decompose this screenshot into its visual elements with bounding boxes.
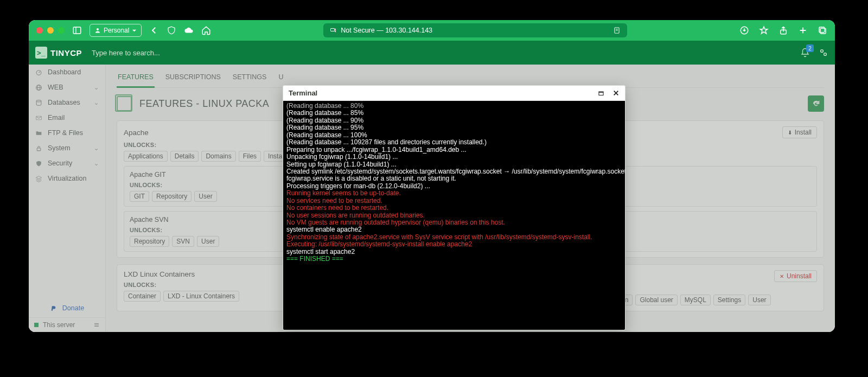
layers-icon xyxy=(35,175,42,182)
terminal-line: Preparing to unpack .../fcgiwrap_1.1.0-1… xyxy=(286,146,622,154)
bookmarks-icon[interactable] xyxy=(759,25,769,35)
terminal-line: Executing: /usr/lib/systemd/systemd-sysv… xyxy=(286,241,622,248)
profile-name: Personal xyxy=(104,27,129,34)
unlock-chip[interactable]: GIT xyxy=(130,191,149,202)
tab-settings[interactable]: SETTINGS xyxy=(232,70,268,87)
terminal-line: systemctl start apache2 xyxy=(286,248,622,255)
sidebar: DashboardWEB⌄Databases⌄EmailFTP & FilesS… xyxy=(29,65,106,332)
notifications-badge: 2 xyxy=(806,44,814,52)
download-icon: ⬇ xyxy=(788,130,792,136)
folder-icon xyxy=(35,130,42,137)
sidebar-footer[interactable]: This server xyxy=(29,317,105,332)
traffic-lights[interactable] xyxy=(36,27,65,34)
unlock-chip[interactable]: User xyxy=(748,295,770,305)
settings-icon[interactable] xyxy=(819,48,828,57)
terminal-line: (Reading database ... 109287 files and d… xyxy=(286,139,622,146)
address-text: Not Secure — 103.30.144.143 xyxy=(341,27,432,34)
chevron-down-icon: ⌄ xyxy=(94,99,99,106)
svg-point-14 xyxy=(824,53,827,56)
minimize-window-icon[interactable] xyxy=(47,27,54,34)
sidebar-item-virtualization[interactable]: Virtualization xyxy=(29,171,105,186)
sidebar-item-ftp-files[interactable]: FTP & Files xyxy=(29,125,105,140)
svg-rect-11 xyxy=(820,28,826,34)
chevron-down-icon: ⌄ xyxy=(94,145,99,152)
terminal-line: (Reading database ... 85% xyxy=(286,110,622,117)
scrollbar-thumb[interactable] xyxy=(615,299,621,327)
terminal-line: No containers need to be restarted. xyxy=(286,205,622,212)
sidebar-toggle-icon[interactable] xyxy=(72,25,82,35)
close-icon[interactable] xyxy=(612,90,620,97)
sidebar-item-label: Virtualization xyxy=(48,175,86,182)
terminal-line: No services need to be restarted. xyxy=(286,197,622,205)
install-button[interactable]: ⬇Install xyxy=(782,126,817,138)
sidebar-item-web[interactable]: WEB⌄ xyxy=(29,80,105,95)
unlock-chip[interactable]: User xyxy=(197,236,219,247)
tab-features[interactable]: FEATURES xyxy=(117,70,155,88)
list-icon xyxy=(93,322,100,328)
maximize-window-icon[interactable] xyxy=(58,27,65,34)
unlock-chip[interactable]: LXD - Linux Containers xyxy=(163,291,239,302)
shield-icon[interactable] xyxy=(167,25,176,35)
tabs-overview-icon[interactable] xyxy=(818,25,827,35)
sidebar-item-email[interactable]: Email xyxy=(29,110,105,125)
svg-point-20 xyxy=(36,100,41,101)
unlock-chip[interactable]: Container xyxy=(124,291,161,302)
unlock-chip[interactable]: Domains xyxy=(201,151,235,162)
svg-line-16 xyxy=(39,71,40,72)
home-icon[interactable] xyxy=(201,25,211,35)
cloud-icon[interactable] xyxy=(184,25,194,35)
sidebar-item-databases[interactable]: Databases⌄ xyxy=(29,95,105,110)
card-title: Apache xyxy=(124,129,149,137)
terminal-line: === FINISHED === xyxy=(286,255,622,263)
refresh-button[interactable] xyxy=(808,95,824,112)
status-dot-icon xyxy=(34,323,39,327)
unlock-chip[interactable]: User xyxy=(194,191,216,202)
sidebar-item-label: Security xyxy=(48,159,72,167)
sidebar-item-security[interactable]: Security⌄ xyxy=(29,156,105,171)
uninstall-button[interactable]: ✕Uninstall xyxy=(774,270,817,282)
donate-link[interactable]: Donate xyxy=(29,298,105,317)
terminal-output[interactable]: (Reading database ... 80%(Reading databa… xyxy=(283,101,625,330)
unlock-chip[interactable]: Details xyxy=(170,151,199,162)
paypal-icon xyxy=(50,305,57,312)
tab-subscriptions[interactable]: SUBSCRIPTIONS xyxy=(164,70,222,87)
unlock-chip[interactable]: Settings xyxy=(713,295,745,305)
chevron-down-icon: ⌄ xyxy=(94,160,99,167)
terminal-line: (Reading database ... 80% xyxy=(286,103,622,110)
close-window-icon[interactable] xyxy=(36,27,43,34)
terminal-scrollbar[interactable] xyxy=(615,169,621,327)
reader-icon[interactable] xyxy=(613,27,621,34)
unlock-chip[interactable]: Files xyxy=(239,151,261,162)
unlock-chip[interactable]: Global user xyxy=(635,295,677,305)
profile-chip[interactable]: Personal xyxy=(90,24,142,37)
terminal-line: Created symlink /etc/systemd/system/sock… xyxy=(286,168,622,175)
sidebar-item-system[interactable]: System⌄ xyxy=(29,140,105,156)
svg-rect-27 xyxy=(599,92,603,94)
unlock-chip[interactable]: SVN xyxy=(172,236,194,247)
unlock-chip[interactable]: Repository xyxy=(152,191,192,202)
brand-logo[interactable]: >_ TINYCP xyxy=(35,47,82,59)
terminal-title: Terminal xyxy=(289,89,317,97)
terminal-header[interactable]: Terminal xyxy=(283,86,625,101)
notifications-icon[interactable]: 2 xyxy=(800,48,810,57)
unlock-chip[interactable]: Applications xyxy=(124,151,168,162)
back-button[interactable] xyxy=(149,25,159,35)
tabs: FEATURESSUBSCRIPTIONSSETTINGSU xyxy=(117,65,824,88)
brand-icon: >_ xyxy=(35,47,47,59)
sidebar-item-dashboard[interactable]: Dashboard xyxy=(29,65,105,80)
maximize-icon[interactable] xyxy=(597,90,605,97)
share-icon[interactable] xyxy=(778,25,788,35)
unlock-chip[interactable]: Repository xyxy=(130,236,169,247)
address-bar[interactable]: Not Secure — 103.30.144.143 xyxy=(323,23,627,37)
sidebar-item-label: Email xyxy=(48,114,65,122)
search-input[interactable]: Type here to search... xyxy=(92,49,271,57)
chevron-down-icon: ⌄ xyxy=(94,84,99,91)
sidebar-item-label: Databases xyxy=(48,99,80,106)
unlock-chip[interactable]: MySQL xyxy=(680,295,711,305)
terminal-line: systemctl enable apache2 xyxy=(286,226,622,233)
brand-text: TINYCP xyxy=(50,48,82,57)
downloads-icon[interactable] xyxy=(739,25,749,35)
new-tab-icon[interactable] xyxy=(798,25,808,35)
x-icon: ✕ xyxy=(780,273,784,279)
terminal-line: No VM guests are running outdated hyperv… xyxy=(286,219,622,226)
